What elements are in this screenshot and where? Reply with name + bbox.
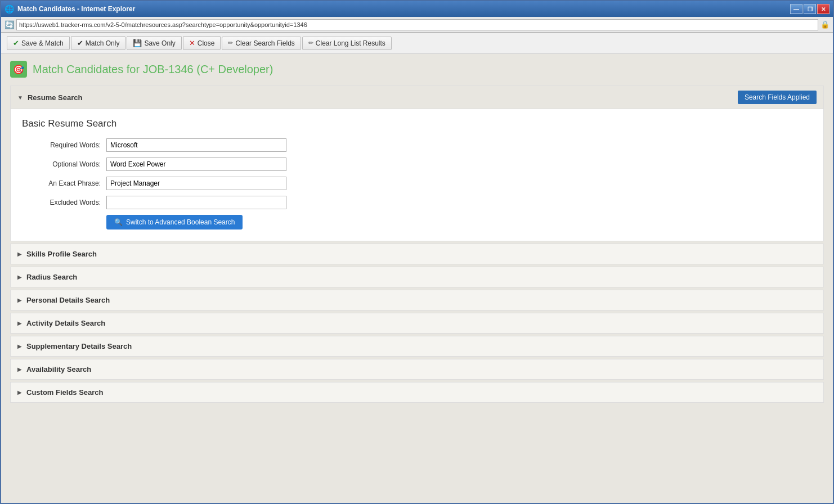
radius-search-header[interactable]: ▶ Radius Search <box>11 267 823 287</box>
excluded-words-row: Excluded Words: <box>22 196 812 209</box>
custom-fields-search-header[interactable]: ▶ Custom Fields Search <box>11 382 823 402</box>
page-header-icon: 🎯 <box>10 61 27 78</box>
optional-words-input[interactable] <box>106 158 286 171</box>
skills-profile-search-title: Skills Profile Search <box>26 250 97 258</box>
required-words-input[interactable] <box>106 138 286 152</box>
activity-details-search-title: Activity Details Search <box>26 319 105 327</box>
title-bar-left: 🌐 Match Candidates - Internet Explorer <box>5 4 135 14</box>
clear-search-label: Clear Search Fields <box>235 39 294 47</box>
minimize-button[interactable]: — <box>790 4 802 14</box>
exact-phrase-label: An Exact Phrase: <box>22 179 106 187</box>
page-title: Match Candidates for JOB-1346 (C+ Develo… <box>33 63 273 76</box>
radius-chevron-right-icon: ▶ <box>17 274 22 280</box>
availability-chevron-right-icon: ▶ <box>17 366 22 372</box>
resume-search-chevron-down-icon: ▼ <box>17 94 23 101</box>
skills-profile-search-header[interactable]: ▶ Skills Profile Search <box>11 244 823 264</box>
clear-search-button[interactable]: ✏ Clear Search Fields <box>222 37 301 50</box>
eraser-icon: ✏ <box>228 39 233 47</box>
exact-phrase-row: An Exact Phrase: <box>22 177 812 190</box>
save-match-button[interactable]: ✔ Save & Match <box>7 36 70 50</box>
address-input[interactable] <box>16 19 818 30</box>
activity-details-search-header[interactable]: ▶ Activity Details Search <box>11 313 823 333</box>
skills-profile-search-section: ▶ Skills Profile Search <box>10 244 824 264</box>
clear-long-list-label: Clear Long List Results <box>316 39 385 47</box>
page-header: 🎯 Match Candidates for JOB-1346 (C+ Deve… <box>10 61 824 78</box>
personal-details-search-title: Personal Details Search <box>26 296 110 304</box>
activity-chevron-right-icon: ▶ <box>17 320 22 326</box>
radius-search-section: ▶ Radius Search <box>10 267 824 287</box>
exact-phrase-input[interactable] <box>106 177 286 190</box>
personal-details-search-section: ▶ Personal Details Search <box>10 290 824 310</box>
save-match-label: Save & Match <box>21 39 64 47</box>
required-words-row: Required Words: <box>22 138 812 152</box>
match-only-label: Match Only <box>86 39 120 47</box>
close-label: Close <box>198 39 215 47</box>
target-icon: 🎯 <box>13 64 24 75</box>
supplementary-details-search-title: Supplementary Details Search <box>26 342 132 350</box>
resume-search-header[interactable]: ▼ Resume Search Search Fields Applied <box>11 86 823 109</box>
search-icon: 🔍 <box>114 218 123 226</box>
optional-words-label: Optional Words: <box>22 160 106 168</box>
address-bar: 🔄 🔒 <box>1 17 833 33</box>
match-only-button[interactable]: ✔ Match Only <box>71 36 126 50</box>
activity-details-search-section: ▶ Activity Details Search <box>10 313 824 334</box>
lock-icon: 🔒 <box>820 20 829 29</box>
browser-window: 🌐 Match Candidates - Internet Explorer —… <box>0 0 834 504</box>
save-only-label: Save Only <box>144 39 175 47</box>
resume-search-section: ▼ Resume Search Search Fields Applied Ba… <box>10 86 824 241</box>
required-words-label: Required Words: <box>22 141 106 149</box>
switch-boolean-button[interactable]: 🔍 Switch to Advanced Boolean Search <box>106 215 243 230</box>
resume-search-body: Basic Resume Search Required Words: Opti… <box>11 109 823 241</box>
section-header-left: ▼ Resume Search <box>17 93 82 102</box>
eraser2-icon: ✏ <box>308 39 313 47</box>
save-only-button[interactable]: 💾 Save Only <box>127 36 181 50</box>
search-fields-applied-button[interactable]: Search Fields Applied <box>738 91 817 104</box>
basic-resume-search-title: Basic Resume Search <box>22 118 812 129</box>
availability-search-section: ▶ Availability Search <box>10 359 824 380</box>
browser-nav-icon: 🔄 <box>5 20 14 29</box>
custom-fields-search-section: ▶ Custom Fields Search <box>10 382 824 403</box>
close-window-button[interactable]: ✕ <box>817 4 829 14</box>
main-content: 🎯 Match Candidates for JOB-1346 (C+ Deve… <box>1 54 833 503</box>
title-bar: 🌐 Match Candidates - Internet Explorer —… <box>1 1 833 17</box>
browser-logo-icon: 🌐 <box>5 4 14 14</box>
close-icon: ✕ <box>189 39 195 47</box>
browser-title: Match Candidates - Internet Explorer <box>17 5 135 13</box>
optional-words-row: Optional Words: <box>22 158 812 171</box>
supplementary-details-search-section: ▶ Supplementary Details Search <box>10 336 824 357</box>
custom-fields-search-title: Custom Fields Search <box>26 388 104 397</box>
title-bar-controls: — ❐ ✕ <box>790 4 829 14</box>
close-button[interactable]: ✕ Close <box>183 36 221 50</box>
resume-search-title: Resume Search <box>28 93 83 102</box>
supplementary-details-search-header[interactable]: ▶ Supplementary Details Search <box>11 336 823 356</box>
personal-details-search-header[interactable]: ▶ Personal Details Search <box>11 290 823 310</box>
switch-boolean-label: Switch to Advanced Boolean Search <box>126 218 235 226</box>
skills-chevron-right-icon: ▶ <box>17 251 22 257</box>
availability-search-header[interactable]: ▶ Availability Search <box>11 359 823 379</box>
availability-search-title: Availability Search <box>26 365 91 374</box>
clear-long-list-button[interactable]: ✏ Clear Long List Results <box>302 37 392 50</box>
radius-search-title: Radius Search <box>26 273 77 281</box>
checkmark-icon: ✔ <box>77 39 83 47</box>
save-icon: 💾 <box>133 39 142 47</box>
supplementary-chevron-right-icon: ▶ <box>17 343 22 349</box>
restore-button[interactable]: ❐ <box>804 4 816 14</box>
checkmark-green-icon: ✔ <box>13 39 19 47</box>
toolbar: ✔ Save & Match ✔ Match Only 💾 Save Only … <box>1 33 833 54</box>
custom-chevron-right-icon: ▶ <box>17 389 22 395</box>
excluded-words-label: Excluded Words: <box>22 199 106 206</box>
personal-chevron-right-icon: ▶ <box>17 297 22 303</box>
excluded-words-input[interactable] <box>106 196 286 209</box>
